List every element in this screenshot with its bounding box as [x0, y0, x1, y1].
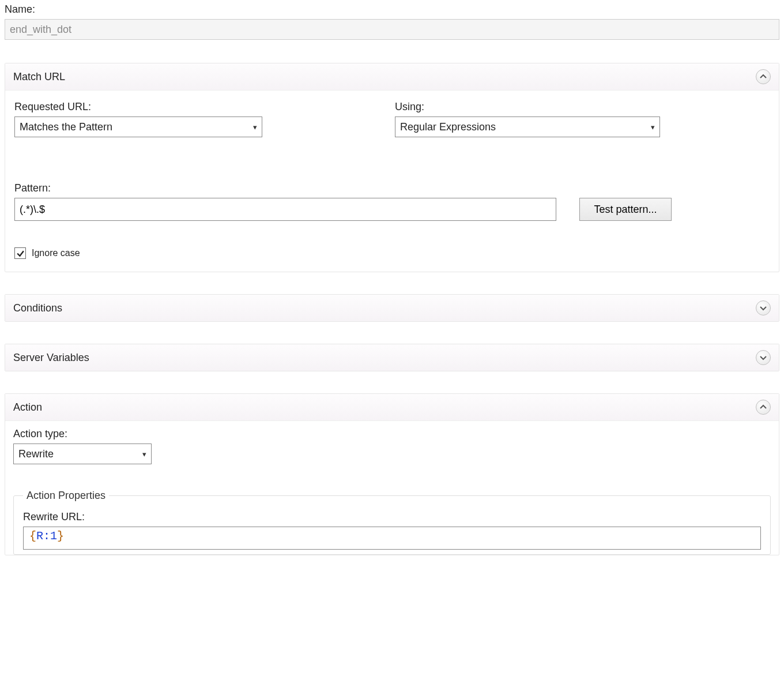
chevron-down-icon: ▾ [142, 450, 146, 458]
collapse-action-button[interactable] [756, 400, 771, 415]
requested-url-select[interactable]: Matches the Pattern ▾ [14, 116, 262, 137]
using-value: Regular Expressions [400, 121, 496, 133]
ignore-case-label: Ignore case [32, 248, 80, 258]
action-type-value: Rewrite [18, 448, 54, 460]
action-properties-group: Action Properties Rewrite URL: {R:1} [13, 490, 771, 555]
chevron-down-icon [760, 305, 767, 311]
chevron-down-icon: ▾ [651, 123, 655, 131]
using-select[interactable]: Regular Expressions ▾ [395, 116, 660, 137]
token-num: 1 [50, 529, 57, 543]
action-type-select[interactable]: Rewrite ▾ [13, 444, 152, 464]
chevron-down-icon: ▾ [253, 123, 257, 131]
match-url-body: Requested URL: Matches the Pattern ▾ Usi… [5, 91, 779, 272]
pattern-input[interactable] [14, 198, 556, 221]
action-panel: Action Action type: Rewrite ▾ Action Pro… [5, 393, 779, 555]
using-label: Using: [395, 101, 666, 113]
action-header: Action [5, 394, 779, 421]
pattern-label: Pattern: [14, 182, 770, 194]
ignore-case-checkbox[interactable] [14, 247, 26, 259]
match-url-header: Match URL [5, 63, 779, 91]
token-brace-close: } [57, 529, 64, 543]
chevron-down-icon [760, 354, 767, 361]
conditions-panel: Conditions [5, 294, 779, 322]
token-colon: : [43, 529, 50, 543]
requested-url-value: Matches the Pattern [20, 121, 112, 133]
requested-url-label: Requested URL: [14, 101, 395, 113]
collapse-match-url-button[interactable] [756, 69, 771, 84]
expand-server-variables-button[interactable] [756, 350, 771, 365]
action-title: Action [13, 401, 42, 414]
check-icon [16, 249, 25, 258]
test-pattern-button[interactable]: Test pattern... [579, 198, 672, 221]
server-variables-panel: Server Variables [5, 344, 779, 371]
rewrite-url-label: Rewrite URL: [23, 511, 761, 523]
action-type-label: Action type: [13, 428, 771, 440]
name-input[interactable] [5, 19, 779, 40]
name-label: Name: [5, 3, 779, 16]
conditions-header: Conditions [5, 295, 779, 321]
action-body: Action type: Rewrite ▾ Action Properties… [5, 421, 779, 555]
match-url-panel: Match URL Requested URL: Matches the Pat… [5, 63, 779, 272]
server-variables-header: Server Variables [5, 344, 779, 371]
match-url-title: Match URL [13, 71, 65, 83]
chevron-up-icon [760, 404, 767, 411]
chevron-up-icon [760, 73, 767, 80]
action-properties-legend: Action Properties [23, 490, 109, 502]
rewrite-url-input[interactable]: {R:1} [23, 527, 761, 550]
conditions-title: Conditions [13, 302, 62, 314]
server-variables-title: Server Variables [13, 352, 89, 364]
token-var: R [36, 529, 43, 543]
token-brace-open: { [29, 529, 36, 543]
expand-conditions-button[interactable] [756, 300, 771, 315]
